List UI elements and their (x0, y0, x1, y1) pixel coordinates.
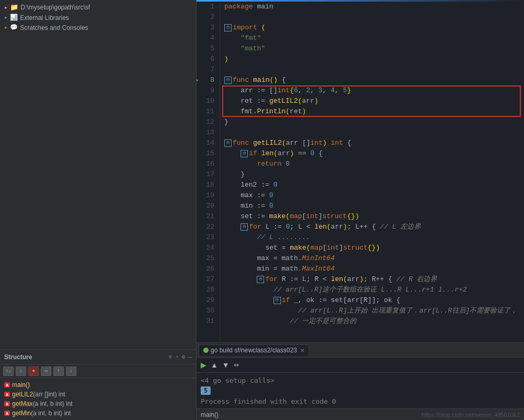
ln-3: 3 (199, 23, 214, 33)
fn-main: main (253, 75, 269, 85)
const-maxint64: MaxInt64 (302, 264, 334, 274)
comma3: , (322, 85, 326, 96)
var-max: max (241, 190, 253, 201)
comma4: , (335, 85, 339, 96)
fold-for-L[interactable]: ⊖ (241, 223, 248, 231)
fold-import[interactable]: ⊖ (224, 24, 232, 31)
sidebar-item-scratches-label: Scratches and Consoles (20, 24, 88, 31)
down-btn[interactable]: ↓ (66, 367, 77, 376)
code-line-7 (224, 64, 524, 75)
struct-func-getMax: getMax (12, 400, 32, 407)
code-line-15: ⊖ if len(arr) == 0 { (224, 148, 524, 159)
fold-main[interactable]: ⊖ (224, 77, 232, 84)
sort-az-btn[interactable]: ↑↓ (3, 367, 14, 376)
struct-badge-getMin: a (4, 411, 10, 416)
code-line-10: ret := getLIL2(arr) (224, 96, 524, 106)
var-max-25: max (257, 253, 269, 264)
var-set: set (241, 211, 253, 222)
editor-content: 1 2 3 4 5 6 7 ▶ 8 9 10 11 12 13 14 15 16… (196, 2, 524, 342)
semi-R-1: ; (307, 274, 311, 285)
ln-28: 28 (199, 285, 214, 295)
fold-getLIL2[interactable]: ⊖ (224, 139, 232, 147)
filter-btn[interactable]: ● (28, 367, 39, 376)
run-play-btn[interactable]: ▶ (200, 360, 208, 370)
ln-30: 30 (199, 306, 214, 316)
code-area[interactable]: package main ⊖ import ( "fmt" "math" (220, 2, 524, 342)
pkg-math-26: math (281, 264, 298, 274)
fold-for-R[interactable]: ⊖ (257, 276, 264, 283)
cmt-31: // 一定不是可整合的 (290, 316, 356, 327)
var-arr-arg: arr (302, 96, 314, 106)
var-min-26: min (257, 264, 269, 274)
sidebar-item-scratches[interactable]: ▸ 💬 Scratches and Consoles (0, 23, 196, 33)
structure-icon-settings[interactable]: ⚙ (182, 353, 185, 360)
brace-open-for-R: { (388, 274, 392, 285)
console-icon-symbol: 💬 (10, 24, 18, 31)
sort-type-btn[interactable]: ↕ (16, 367, 26, 376)
ln-11: 11 (199, 106, 214, 117)
struct-item-getMax[interactable]: a getMax (a int, b int) int (0, 399, 196, 408)
op-assign-max-25: = (274, 253, 278, 264)
op-inc-L: ++ (359, 222, 368, 232)
up-btn[interactable]: ↑ (53, 367, 64, 376)
code-line-3: ⊖ import ( (224, 23, 524, 33)
structure-icon-list[interactable]: ≡ (169, 354, 172, 360)
dot-println: . (253, 106, 257, 117)
paren-close-len: ) (290, 148, 294, 159)
code-line-14: ⊖ func getLIL2(arr []int) int { (224, 138, 524, 148)
bracket-param: [] (302, 138, 311, 148)
brace-struct-empty: {} (347, 211, 355, 222)
op-assign-max: := (257, 190, 265, 201)
expand-btn[interactable]: ▭ (41, 367, 51, 376)
struct-item-getMin[interactable]: a getMin (a int, b int) int (0, 408, 196, 418)
op-inc-R: ++ (376, 274, 384, 285)
dot-26: . (298, 264, 302, 274)
paren-main: () (269, 75, 278, 85)
str-math: "math" (241, 44, 265, 54)
fn-make-24: make (290, 243, 306, 253)
op-assign-arr: := (257, 85, 265, 96)
kw-if: if (249, 148, 257, 159)
num-6: 6 (294, 85, 298, 96)
struct-item-main[interactable]: a main() (0, 380, 196, 390)
ln-14: 14 (199, 138, 214, 148)
code-line-17: } (224, 169, 524, 180)
op-assign-min-26: = (274, 264, 278, 274)
param-arr: arr (286, 138, 298, 148)
brace-close-if: } (241, 169, 245, 180)
cmt-R: // R 右边界 (396, 274, 437, 285)
struct-params-getMax: (a int, b int) int (32, 400, 72, 407)
bracket-set-29: [ (343, 295, 347, 306)
run-scroll-up-btn[interactable]: ▲ (210, 360, 219, 370)
run-wrap-btn[interactable]: ⇔ (233, 360, 240, 370)
fold-if[interactable]: ⊖ (241, 150, 248, 157)
var-L: L (265, 222, 269, 232)
struct-item-getLIL2[interactable]: a getLIL2 (arr []int) int (0, 390, 196, 399)
ln-1: 1 (199, 2, 214, 12)
run-scroll-down-btn[interactable]: ▼ (221, 360, 231, 370)
run-output: <4 go setup calls> 5 Process finished wi… (196, 373, 524, 408)
structure-icon-sort[interactable]: ÷ (175, 354, 179, 360)
num-0-if: 0 (310, 148, 314, 159)
run-tab-close[interactable]: ✕ (300, 348, 304, 353)
bracket-close-map: ] (319, 211, 323, 222)
fold-if-29[interactable]: ⊖ (274, 297, 281, 304)
num-2: 2 (306, 85, 310, 96)
brace-open-if-29: { (396, 295, 400, 306)
code-line-9: arr := []int{6, 2, 3, 4, 5} (224, 85, 524, 96)
semi-R-2: ; (364, 274, 368, 285)
paren-open-import: ( (261, 23, 266, 33)
paren-getLIL2: ( (282, 138, 286, 148)
run-output-number: 5 (201, 385, 520, 396)
structure-icon-minimize[interactable]: — (188, 354, 192, 360)
code-line-20: min := 0 (224, 201, 524, 211)
brace-struct-empty-24: {} (368, 243, 376, 253)
run-tab[interactable]: go build sf/newclass2/class023 ✕ (199, 344, 309, 356)
code-line-24: ⊖ set = make(map[int]struct{}) (224, 243, 524, 253)
fn-getLIL2-call: getLIL2 (269, 96, 298, 106)
kw-package: package (224, 2, 253, 12)
sidebar-item-extlibs[interactable]: ▸ 📊 External Libraries (0, 13, 196, 23)
code-line-5: "math" (224, 44, 524, 54)
sidebar-item-sf[interactable]: ▸ 📁 D:\mysetup\gopath\src\sf (0, 2, 196, 13)
code-line-1: package main (224, 2, 524, 12)
